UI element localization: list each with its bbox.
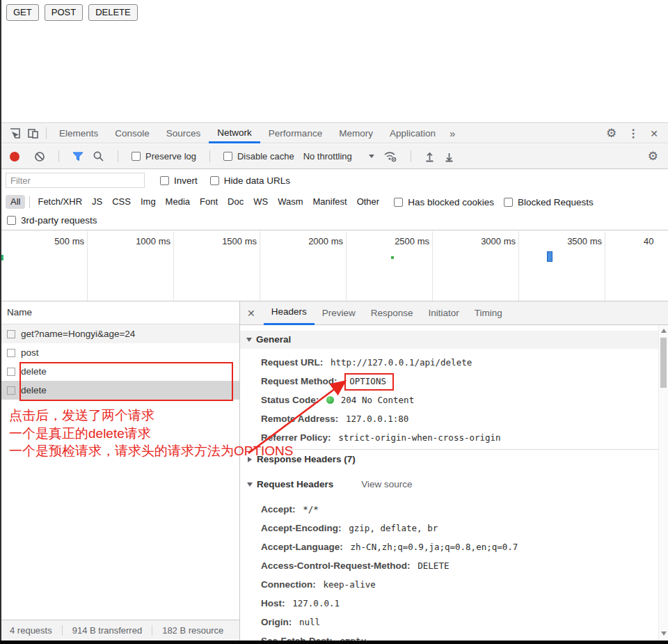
scroll-up-arrow-icon[interactable] <box>661 329 667 333</box>
disable-cache-checkbox[interactable]: Disable cache <box>223 151 294 162</box>
timeline-tick: 2000 ms <box>299 236 343 246</box>
blocked-requests-checkbox[interactable]: Blocked Requests <box>504 197 594 207</box>
tab-network[interactable]: Network <box>209 124 260 143</box>
device-toolbar-icon[interactable] <box>24 125 42 143</box>
tab-application[interactable]: Application <box>381 124 444 143</box>
view-source-link[interactable]: View source <box>361 475 412 494</box>
header-value: http://127.0.0.1/api/delete <box>331 357 472 368</box>
request-headers-title: Request Headers <box>257 475 333 494</box>
checkbox[interactable] <box>7 216 16 225</box>
has-blocked-cookies-checkbox[interactable]: Has blocked cookies <box>394 197 494 207</box>
kebab-menu-icon[interactable]: ⋮ <box>628 127 639 140</box>
file-icon <box>7 386 15 395</box>
request-row-get[interactable]: get?name=Hongyi&age=24 <box>0 324 239 343</box>
request-row-delete-2[interactable]: delete <box>0 381 239 400</box>
has-blocked-cookies-label: Has blocked cookies <box>408 197 494 207</box>
checkbox[interactable] <box>160 176 169 185</box>
page-buttons: GET POST DELETE <box>6 4 138 21</box>
triangle-collapsed-icon <box>248 457 252 462</box>
request-row-delete-1[interactable]: delete <box>0 362 239 381</box>
tab-response[interactable]: Response <box>363 301 421 325</box>
network-conditions-icon[interactable] <box>383 150 397 162</box>
hide-data-urls-checkbox[interactable]: Hide data URLs <box>210 175 290 186</box>
preserve-log-checkbox[interactable]: Preserve log <box>132 151 196 162</box>
filter-type-media[interactable]: Media <box>161 195 195 209</box>
hide-data-urls-label: Hide data URLs <box>224 175 290 186</box>
network-toolbar: Preserve log Disable cache No throttling… <box>0 144 668 169</box>
tab-headers[interactable]: Headers <box>264 301 315 325</box>
filter-type-manifest[interactable]: Manifest <box>308 195 351 209</box>
tab-initiator[interactable]: Initiator <box>421 301 467 325</box>
response-headers-section-header[interactable]: Response Headers (7) <box>240 450 658 469</box>
header-value: 204 No Content <box>341 395 414 405</box>
filter-type-fetch-xhr[interactable]: Fetch/XHR <box>33 195 87 209</box>
tab-performance[interactable]: Performance <box>260 124 331 143</box>
request-row-post[interactable]: post <box>0 343 239 362</box>
third-party-requests-checkbox[interactable]: 3rd-party requests <box>7 215 97 226</box>
file-icon <box>7 330 15 338</box>
tab-timing[interactable]: Timing <box>467 301 510 325</box>
resource-size: 182 B resource <box>152 625 233 636</box>
inspect-element-icon[interactable] <box>6 125 24 143</box>
invert-checkbox[interactable]: Invert <box>160 175 198 186</box>
details-scrollbar[interactable] <box>658 325 668 641</box>
scroll-down-arrow-icon[interactable] <box>661 631 667 636</box>
filter-input[interactable] <box>6 173 145 188</box>
header-line-remote-address: Remote Address: 127.0.0.1:80 <box>240 409 658 428</box>
filter-type-css[interactable]: CSS <box>107 195 136 209</box>
clear-icon[interactable] <box>34 151 45 162</box>
filter-type-font[interactable]: Font <box>195 195 223 209</box>
timeline-request-bar <box>547 251 552 262</box>
request-name: post <box>21 347 39 358</box>
export-har-icon[interactable] <box>444 151 454 162</box>
scrollbar-thumb[interactable] <box>660 338 667 388</box>
checkbox[interactable] <box>132 152 141 161</box>
settings-gear-icon[interactable]: ⚙ <box>606 127 617 139</box>
checkbox[interactable] <box>223 152 232 161</box>
resource-type-filters: All Fetch/XHR JS CSS Img Media Font Doc … <box>6 195 594 209</box>
tab-memory[interactable]: Memory <box>331 124 381 143</box>
checkbox[interactable] <box>504 198 513 207</box>
chevron-down-icon <box>369 155 374 158</box>
timeline-overview[interactable]: 500 ms 1000 ms 1500 ms 2000 ms 2500 ms 3… <box>0 231 668 301</box>
import-har-icon[interactable] <box>424 151 435 162</box>
record-button[interactable] <box>10 152 19 162</box>
tab-sources[interactable]: Sources <box>158 124 209 143</box>
post-button[interactable]: POST <box>45 4 83 21</box>
filter-type-other[interactable]: Other <box>352 195 385 209</box>
more-tabs-icon[interactable]: » <box>444 127 461 139</box>
filter-type-img[interactable]: Img <box>136 195 161 209</box>
tab-elements[interactable]: Elements <box>51 124 106 143</box>
filter-type-wasm[interactable]: Wasm <box>273 195 308 209</box>
tab-console[interactable]: Console <box>106 124 158 143</box>
search-icon[interactable] <box>93 150 104 162</box>
gridline <box>432 231 433 301</box>
throttling-dropdown[interactable]: No throttling <box>303 151 374 162</box>
timeline-tick: 3500 ms <box>557 236 602 246</box>
filter-type-ws[interactable]: WS <box>248 195 273 209</box>
general-section-header[interactable]: General <box>240 331 658 349</box>
gridline <box>518 231 519 301</box>
name-column-header[interactable]: Name <box>0 301 239 324</box>
filter-type-all[interactable]: All <box>6 195 25 209</box>
checkbox[interactable] <box>394 198 403 207</box>
header-line-request-method: Request Method: OPTIONS <box>240 372 658 391</box>
header-line-connection: Connection: keep-alive <box>240 575 658 594</box>
tab-preview[interactable]: Preview <box>315 301 363 325</box>
request-count: 4 requests <box>0 625 62 636</box>
get-button[interactable]: GET <box>6 4 39 21</box>
request-details-panel: ✕ Headers Preview Response Initiator Tim… <box>240 301 668 641</box>
close-devtools-icon[interactable]: ✕ <box>650 128 658 139</box>
filter-funnel-icon[interactable] <box>72 151 84 162</box>
filter-type-doc[interactable]: Doc <box>223 195 248 209</box>
close-details-icon[interactable]: ✕ <box>240 308 264 319</box>
request-headers-section-header[interactable]: Request Headers View source <box>240 475 658 494</box>
details-tabbar: ✕ Headers Preview Response Initiator Tim… <box>240 301 668 325</box>
request-name: delete <box>21 385 47 395</box>
network-settings-gear-icon[interactable]: ⚙ <box>648 150 668 162</box>
checkbox[interactable] <box>210 176 219 185</box>
header-label: Origin: <box>261 617 292 627</box>
delete-button[interactable]: DELETE <box>88 4 138 21</box>
filter-type-js[interactable]: JS <box>87 195 107 209</box>
header-line-origin: Origin: null <box>240 613 658 631</box>
